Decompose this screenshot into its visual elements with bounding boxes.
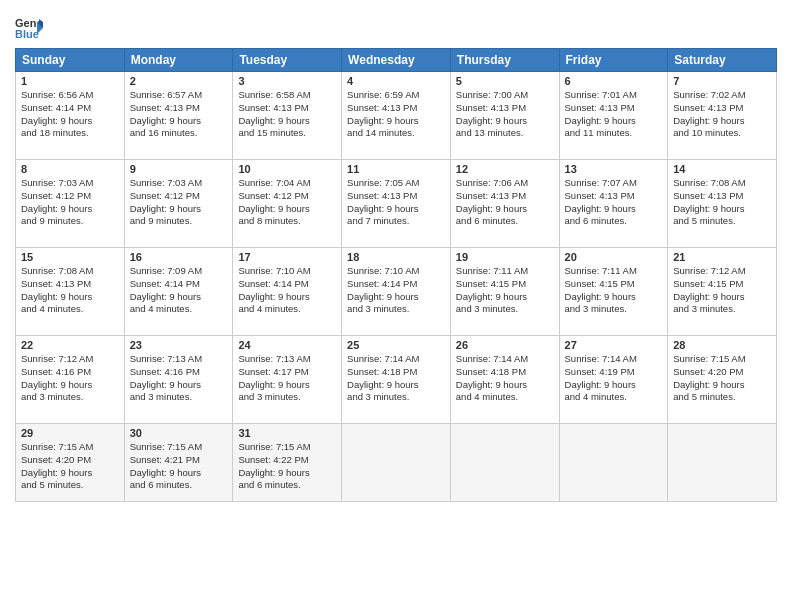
calendar-cell: 7 Sunrise: 7:02 AM Sunset: 4:13 PM Dayli… [668,72,777,160]
day-number: 22 [21,339,119,351]
day-header-sunday: Sunday [16,49,125,72]
header-row: SundayMondayTuesdayWednesdayThursdayFrid… [16,49,777,72]
logo: General Blue [15,14,47,42]
calendar-cell: 3 Sunrise: 6:58 AM Sunset: 4:13 PM Dayli… [233,72,342,160]
calendar-cell [342,424,451,502]
day-number: 5 [456,75,554,87]
cell-content: Sunrise: 7:06 AM Sunset: 4:13 PM Dayligh… [456,177,554,228]
week-row-1: 1 Sunrise: 6:56 AM Sunset: 4:14 PM Dayli… [16,72,777,160]
cell-content: Sunrise: 7:12 AM Sunset: 4:15 PM Dayligh… [673,265,771,316]
day-number: 18 [347,251,445,263]
day-number: 30 [130,427,228,439]
cell-content: Sunrise: 7:04 AM Sunset: 4:12 PM Dayligh… [238,177,336,228]
calendar-cell: 13 Sunrise: 7:07 AM Sunset: 4:13 PM Dayl… [559,160,668,248]
day-number: 13 [565,163,663,175]
calendar-cell: 12 Sunrise: 7:06 AM Sunset: 4:13 PM Dayl… [450,160,559,248]
day-number: 15 [21,251,119,263]
page: General Blue SundayMondayTuesdayWednesda… [0,0,792,612]
day-number: 12 [456,163,554,175]
cell-content: Sunrise: 6:59 AM Sunset: 4:13 PM Dayligh… [347,89,445,140]
cell-content: Sunrise: 7:08 AM Sunset: 4:13 PM Dayligh… [673,177,771,228]
svg-text:Blue: Blue [15,28,39,40]
cell-content: Sunrise: 7:15 AM Sunset: 4:20 PM Dayligh… [673,353,771,404]
day-number: 31 [238,427,336,439]
calendar-cell: 27 Sunrise: 7:14 AM Sunset: 4:19 PM Dayl… [559,336,668,424]
cell-content: Sunrise: 7:03 AM Sunset: 4:12 PM Dayligh… [130,177,228,228]
cell-content: Sunrise: 7:13 AM Sunset: 4:17 PM Dayligh… [238,353,336,404]
calendar-cell [668,424,777,502]
calendar-cell: 30 Sunrise: 7:15 AM Sunset: 4:21 PM Dayl… [124,424,233,502]
day-number: 25 [347,339,445,351]
calendar-cell: 9 Sunrise: 7:03 AM Sunset: 4:12 PM Dayli… [124,160,233,248]
header: General Blue [15,10,777,42]
calendar-cell: 21 Sunrise: 7:12 AM Sunset: 4:15 PM Dayl… [668,248,777,336]
cell-content: Sunrise: 7:15 AM Sunset: 4:20 PM Dayligh… [21,441,119,492]
calendar-cell: 31 Sunrise: 7:15 AM Sunset: 4:22 PM Dayl… [233,424,342,502]
day-header-thursday: Thursday [450,49,559,72]
calendar-cell: 4 Sunrise: 6:59 AM Sunset: 4:13 PM Dayli… [342,72,451,160]
calendar-cell: 1 Sunrise: 6:56 AM Sunset: 4:14 PM Dayli… [16,72,125,160]
cell-content: Sunrise: 7:14 AM Sunset: 4:19 PM Dayligh… [565,353,663,404]
calendar-body: 1 Sunrise: 6:56 AM Sunset: 4:14 PM Dayli… [16,72,777,502]
calendar-cell: 17 Sunrise: 7:10 AM Sunset: 4:14 PM Dayl… [233,248,342,336]
calendar-cell: 14 Sunrise: 7:08 AM Sunset: 4:13 PM Dayl… [668,160,777,248]
day-header-friday: Friday [559,49,668,72]
day-number: 9 [130,163,228,175]
logo-icon: General Blue [15,14,43,42]
calendar-cell [450,424,559,502]
day-number: 4 [347,75,445,87]
calendar-cell: 6 Sunrise: 7:01 AM Sunset: 4:13 PM Dayli… [559,72,668,160]
day-number: 27 [565,339,663,351]
cell-content: Sunrise: 6:58 AM Sunset: 4:13 PM Dayligh… [238,89,336,140]
day-number: 3 [238,75,336,87]
cell-content: Sunrise: 6:57 AM Sunset: 4:13 PM Dayligh… [130,89,228,140]
calendar-cell: 15 Sunrise: 7:08 AM Sunset: 4:13 PM Dayl… [16,248,125,336]
day-number: 26 [456,339,554,351]
day-number: 29 [21,427,119,439]
cell-content: Sunrise: 7:12 AM Sunset: 4:16 PM Dayligh… [21,353,119,404]
day-number: 23 [130,339,228,351]
cell-content: Sunrise: 7:09 AM Sunset: 4:14 PM Dayligh… [130,265,228,316]
day-number: 19 [456,251,554,263]
day-header-monday: Monday [124,49,233,72]
calendar-header: SundayMondayTuesdayWednesdayThursdayFrid… [16,49,777,72]
day-number: 10 [238,163,336,175]
calendar-cell: 29 Sunrise: 7:15 AM Sunset: 4:20 PM Dayl… [16,424,125,502]
calendar-cell: 20 Sunrise: 7:11 AM Sunset: 4:15 PM Dayl… [559,248,668,336]
day-number: 20 [565,251,663,263]
cell-content: Sunrise: 7:01 AM Sunset: 4:13 PM Dayligh… [565,89,663,140]
calendar-cell: 25 Sunrise: 7:14 AM Sunset: 4:18 PM Dayl… [342,336,451,424]
day-header-wednesday: Wednesday [342,49,451,72]
cell-content: Sunrise: 7:15 AM Sunset: 4:21 PM Dayligh… [130,441,228,492]
cell-content: Sunrise: 7:10 AM Sunset: 4:14 PM Dayligh… [238,265,336,316]
calendar-cell: 10 Sunrise: 7:04 AM Sunset: 4:12 PM Dayl… [233,160,342,248]
calendar-cell: 23 Sunrise: 7:13 AM Sunset: 4:16 PM Dayl… [124,336,233,424]
cell-content: Sunrise: 7:05 AM Sunset: 4:13 PM Dayligh… [347,177,445,228]
cell-content: Sunrise: 7:00 AM Sunset: 4:13 PM Dayligh… [456,89,554,140]
week-row-4: 22 Sunrise: 7:12 AM Sunset: 4:16 PM Dayl… [16,336,777,424]
cell-content: Sunrise: 7:14 AM Sunset: 4:18 PM Dayligh… [347,353,445,404]
cell-content: Sunrise: 7:10 AM Sunset: 4:14 PM Dayligh… [347,265,445,316]
day-number: 11 [347,163,445,175]
day-number: 1 [21,75,119,87]
calendar: SundayMondayTuesdayWednesdayThursdayFrid… [15,48,777,502]
calendar-cell: 18 Sunrise: 7:10 AM Sunset: 4:14 PM Dayl… [342,248,451,336]
calendar-cell: 11 Sunrise: 7:05 AM Sunset: 4:13 PM Dayl… [342,160,451,248]
week-row-3: 15 Sunrise: 7:08 AM Sunset: 4:13 PM Dayl… [16,248,777,336]
calendar-cell: 5 Sunrise: 7:00 AM Sunset: 4:13 PM Dayli… [450,72,559,160]
day-number: 24 [238,339,336,351]
cell-content: Sunrise: 7:02 AM Sunset: 4:13 PM Dayligh… [673,89,771,140]
calendar-cell: 16 Sunrise: 7:09 AM Sunset: 4:14 PM Dayl… [124,248,233,336]
day-number: 16 [130,251,228,263]
calendar-cell: 2 Sunrise: 6:57 AM Sunset: 4:13 PM Dayli… [124,72,233,160]
day-number: 28 [673,339,771,351]
cell-content: Sunrise: 7:11 AM Sunset: 4:15 PM Dayligh… [565,265,663,316]
day-header-tuesday: Tuesday [233,49,342,72]
cell-content: Sunrise: 7:15 AM Sunset: 4:22 PM Dayligh… [238,441,336,492]
cell-content: Sunrise: 7:03 AM Sunset: 4:12 PM Dayligh… [21,177,119,228]
cell-content: Sunrise: 7:11 AM Sunset: 4:15 PM Dayligh… [456,265,554,316]
day-number: 17 [238,251,336,263]
cell-content: Sunrise: 7:14 AM Sunset: 4:18 PM Dayligh… [456,353,554,404]
calendar-cell: 26 Sunrise: 7:14 AM Sunset: 4:18 PM Dayl… [450,336,559,424]
week-row-2: 8 Sunrise: 7:03 AM Sunset: 4:12 PM Dayli… [16,160,777,248]
